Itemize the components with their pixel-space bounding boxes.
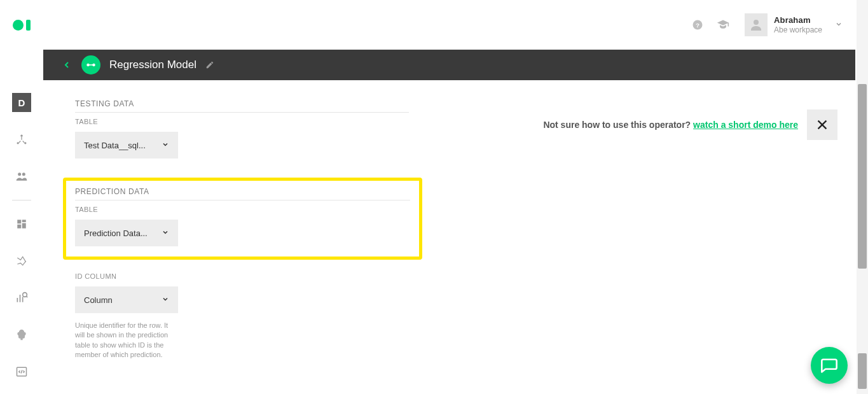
logo-circle-icon — [13, 20, 24, 31]
operator-icon — [81, 55, 100, 74]
sidebar-item-dashboard[interactable] — [12, 215, 31, 234]
svg-rect-14 — [17, 225, 21, 229]
testing-table-dropdown[interactable]: Test Data__sql... — [75, 132, 178, 158]
sidebar-divider — [12, 200, 31, 201]
user-name: Abraham — [774, 15, 822, 25]
window-scrollbar[interactable] — [857, 0, 868, 394]
id-column-value: Column — [84, 295, 113, 305]
svg-point-6 — [20, 135, 22, 137]
page-title: Regression Model — [109, 59, 196, 71]
chevron-down-icon — [162, 141, 169, 150]
user-menu[interactable]: Abraham Abe workpace — [774, 15, 822, 34]
svg-rect-12 — [22, 220, 26, 222]
top-header: ? Abraham Abe workpace — [0, 0, 855, 50]
avatar[interactable] — [745, 13, 768, 36]
svg-point-8 — [24, 142, 26, 144]
scroll-thumb[interactable] — [858, 84, 867, 269]
demo-link[interactable]: watch a short demo here — [693, 120, 798, 130]
id-column-hint: Unique identifier for the row. It will b… — [75, 321, 177, 360]
svg-rect-11 — [17, 220, 21, 223]
svg-point-2 — [754, 20, 759, 25]
svg-line-19 — [27, 297, 28, 298]
help-banner: Not sure how to use this operator? watch… — [543, 109, 837, 140]
back-button[interactable] — [61, 59, 72, 71]
user-workspace: Abe workpace — [774, 25, 822, 34]
chevron-down-icon — [162, 295, 169, 305]
left-sidebar: D — [0, 83, 43, 394]
testing-data-heading: TESTING DATA — [75, 99, 409, 113]
prediction-table-dropdown[interactable]: Prediction Data... — [75, 220, 178, 246]
prediction-highlight-box: PREDICTION DATA TABLE Prediction Data... — [63, 178, 422, 260]
graduation-cap-icon[interactable] — [717, 18, 729, 31]
testing-table-value: Test Data__sql... — [84, 141, 146, 150]
id-column-dropdown[interactable]: Column — [75, 286, 178, 313]
chevron-down-icon — [162, 229, 169, 238]
sidebar-item-graph[interactable] — [12, 251, 31, 271]
chevron-down-icon[interactable] — [835, 19, 843, 31]
prediction-data-heading: PREDICTION DATA — [75, 187, 410, 201]
sidebar-item-d[interactable]: D — [12, 93, 31, 112]
spark-configuration-heading: Spark Configuration — [75, 392, 823, 394]
sidebar-d-label: D — [18, 97, 25, 108]
help-icon[interactable]: ? — [691, 18, 704, 31]
logo-bar-icon — [26, 20, 31, 31]
scroll-thumb-inner[interactable] — [858, 353, 867, 389]
help-banner-text: Not sure how to use this operator? watch… — [543, 120, 798, 130]
svg-text:?: ? — [696, 22, 699, 29]
edit-title-icon[interactable] — [205, 60, 214, 69]
svg-point-4 — [93, 64, 95, 66]
svg-point-9 — [18, 172, 21, 176]
svg-rect-13 — [22, 223, 26, 229]
id-column-label: ID COLUMN — [75, 272, 823, 280]
sidebar-item-brain[interactable] — [12, 325, 31, 344]
sidebar-item-code[interactable] — [12, 362, 31, 381]
svg-point-10 — [22, 172, 25, 176]
close-help-button[interactable] — [807, 109, 837, 140]
logo[interactable] — [13, 20, 31, 31]
svg-point-18 — [23, 293, 27, 297]
page-title-bar: Regression Model — [43, 50, 855, 80]
help-banner-prefix: Not sure how to use this operator? — [543, 120, 693, 130]
sidebar-item-analytics[interactable] — [12, 288, 31, 307]
prediction-table-value: Prediction Data... — [84, 229, 148, 238]
prediction-table-label: TABLE — [75, 206, 410, 213]
sidebar-item-nodes[interactable] — [12, 130, 31, 149]
sidebar-item-users[interactable] — [12, 167, 31, 186]
svg-point-3 — [87, 64, 89, 66]
svg-point-7 — [17, 142, 19, 144]
chat-button[interactable] — [811, 347, 848, 384]
